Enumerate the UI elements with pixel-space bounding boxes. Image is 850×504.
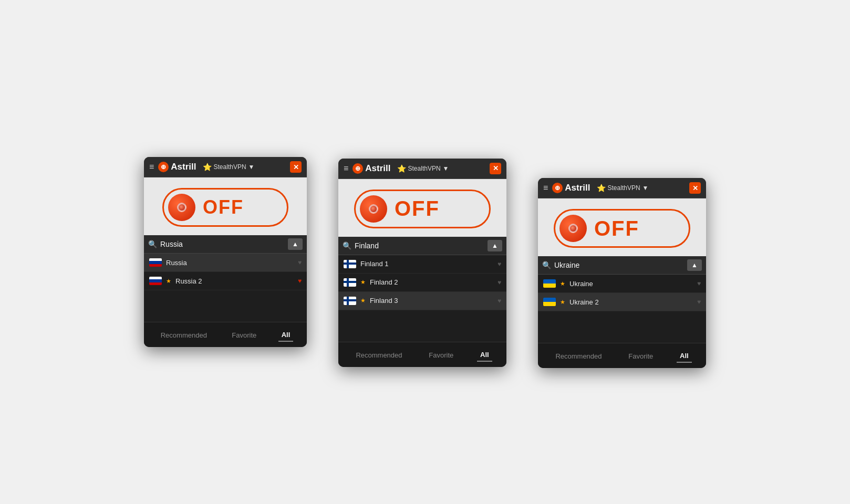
protocol-button-2[interactable]: ⭐ StealthVPN ▼ [397,164,486,173]
bottom-tabs-2: RecommendedFavoriteAll [338,342,506,367]
tab-2-favorite[interactable]: Favorite [426,349,457,361]
app-logo-3: ⊕ Astrill [552,183,590,193]
app-title-3: Astrill [565,183,590,193]
toggle-circle-inner-3 [568,224,578,233]
search-icon-3: 🔍 [542,261,551,269]
app-logo-1: ⊕ Astrill [158,162,196,172]
server-spacer-3 [538,311,706,343]
star-icon: ★ [166,278,171,285]
search-bar-2: 🔍 ▲ [338,237,506,255]
tab-2-recommended[interactable]: Recommended [353,349,405,361]
star-icon: ★ [560,299,565,306]
vpn-window-3: ≡ ⊕ Astrill ⭐ StealthVPN ▼ ✕ OFF 🔍 [538,178,706,368]
tab-2-all[interactable]: All [477,349,492,362]
server-item-1-0[interactable]: Russia ♥ [144,254,307,272]
star-icon: ★ [560,280,565,287]
tab-1-all[interactable]: All [278,329,294,342]
toggle-area-1: OFF [144,177,307,235]
search-input-1[interactable] [160,240,285,248]
protocol-star-icon-2: ⭐ [397,164,406,173]
server-item-1-1[interactable]: ★ Russia 2 ♥ [144,272,307,290]
toggle-circle-inner-1 [177,203,186,212]
toggle-circle-2 [360,195,387,223]
server-list-wrapper-2: Finland 1 ♥ ★ Finland 2 ♥ ★ Finland 3 ♥ [338,255,506,342]
protocol-label-1: StealthVPN [214,163,246,171]
protocol-chevron-1: ▼ [248,163,255,171]
vpn-window-2: ≡ ⊕ Astrill ⭐ StealthVPN ▼ ✕ OFF 🔍 [338,159,506,367]
server-list-wrapper-1: Russia ♥ ★ Russia 2 ♥ [144,254,307,322]
favorite-heart-2-0[interactable]: ♥ [497,260,501,268]
server-item-2-0[interactable]: Finland 1 ♥ [338,255,506,274]
search-icon-1: 🔍 [148,240,157,248]
close-button-2[interactable]: ✕ [490,163,501,174]
protocol-chevron-3: ▼ [642,184,649,192]
server-item-2-1[interactable]: ★ Finland 2 ♥ [338,274,506,292]
protocol-star-icon-3: ⭐ [597,184,606,192]
protocol-label-3: StealthVPN [608,184,640,192]
sort-button-3[interactable]: ▲ [687,259,702,271]
search-input-3[interactable] [554,261,684,269]
title-bar-3: ≡ ⊕ Astrill ⭐ StealthVPN ▼ ✕ [538,178,706,198]
server-list-wrapper-3: ★ Ukraine ♥ ★ Ukraine 2 ♥ [538,275,706,343]
bottom-tabs-1: RecommendedFavoriteAll [144,322,307,347]
power-toggle-2[interactable]: OFF [354,190,491,228]
sort-button-1[interactable]: ▲ [288,238,303,250]
sort-button-2[interactable]: ▲ [488,240,502,251]
power-toggle-1[interactable]: OFF [162,188,288,227]
globe-icon-1: ⊕ [158,162,169,172]
server-name-2-1: Finland 2 [370,278,493,286]
bottom-tabs-3: RecommendedFavoriteAll [538,343,706,368]
server-name-3-0: Ukraine [569,280,693,288]
menu-icon-3[interactable]: ≡ [543,183,548,193]
power-toggle-3[interactable]: OFF [554,209,690,248]
protocol-button-1[interactable]: ⭐ StealthVPN ▼ [203,163,287,171]
title-bar-1: ≡ ⊕ Astrill ⭐ StealthVPN ▼ ✕ [144,157,307,177]
menu-icon-2[interactable]: ≡ [344,164,348,173]
favorite-heart-3-1[interactable]: ♥ [697,298,701,306]
server-item-3-0[interactable]: ★ Ukraine ♥ [538,275,706,293]
tab-3-all[interactable]: All [677,350,692,363]
app-title-1: Astrill [171,162,196,172]
globe-icon-2: ⊕ [353,163,363,174]
menu-icon-1[interactable]: ≡ [149,162,154,172]
favorite-heart-2-2[interactable]: ♥ [497,297,501,304]
close-button-3[interactable]: ✕ [689,182,701,194]
toggle-area-2: OFF [338,179,506,237]
tab-1-favorite[interactable]: Favorite [229,329,260,341]
protocol-chevron-2: ▼ [443,165,449,172]
tab-3-recommended[interactable]: Recommended [552,350,605,362]
vpn-window-1: ≡ ⊕ Astrill ⭐ StealthVPN ▼ ✕ OFF 🔍 [144,157,307,347]
search-bar-1: 🔍 ▲ [144,235,307,254]
server-item-3-1[interactable]: ★ Ukraine 2 ♥ [538,293,706,311]
favorite-heart-1-0[interactable]: ♥ [298,259,302,266]
toggle-circle-1 [168,194,195,221]
server-list-3: ★ Ukraine ♥ ★ Ukraine 2 ♥ [538,275,706,311]
search-icon-2: 🔍 [343,242,351,250]
favorite-heart-1-1[interactable]: ♥ [298,277,302,285]
toggle-state-label-1: OFF [203,196,244,218]
server-name-3-1: Ukraine 2 [569,298,693,306]
server-item-2-2[interactable]: ★ Finland 3 ♥ [338,292,506,310]
server-list-2: Finland 1 ♥ ★ Finland 2 ♥ ★ Finland 3 ♥ [338,255,506,310]
server-spacer-1 [144,290,307,322]
star-icon: ★ [360,297,366,304]
title-bar-2: ≡ ⊕ Astrill ⭐ StealthVPN ▼ ✕ [338,159,506,179]
toggle-state-label-2: OFF [395,197,440,220]
server-name-1-0: Russia [166,259,294,267]
tab-3-favorite[interactable]: Favorite [625,350,656,362]
server-name-1-1: Russia 2 [175,277,294,285]
toggle-state-label-3: OFF [594,217,639,240]
tab-1-recommended[interactable]: Recommended [158,329,210,341]
server-name-2-2: Finland 3 [370,297,493,304]
app-title-2: Astrill [365,163,390,174]
protocol-label-2: StealthVPN [408,165,441,172]
toggle-circle-inner-2 [369,204,378,214]
protocol-button-3[interactable]: ⭐ StealthVPN ▼ [597,184,686,192]
server-list-1: Russia ♥ ★ Russia 2 ♥ [144,254,307,290]
protocol-star-icon-1: ⭐ [203,163,212,171]
favorite-heart-2-1[interactable]: ♥ [497,279,501,286]
search-input-2[interactable] [355,242,484,250]
app-logo-2: ⊕ Astrill [353,163,390,174]
favorite-heart-3-0[interactable]: ♥ [697,280,701,287]
close-button-1[interactable]: ✕ [290,161,302,173]
